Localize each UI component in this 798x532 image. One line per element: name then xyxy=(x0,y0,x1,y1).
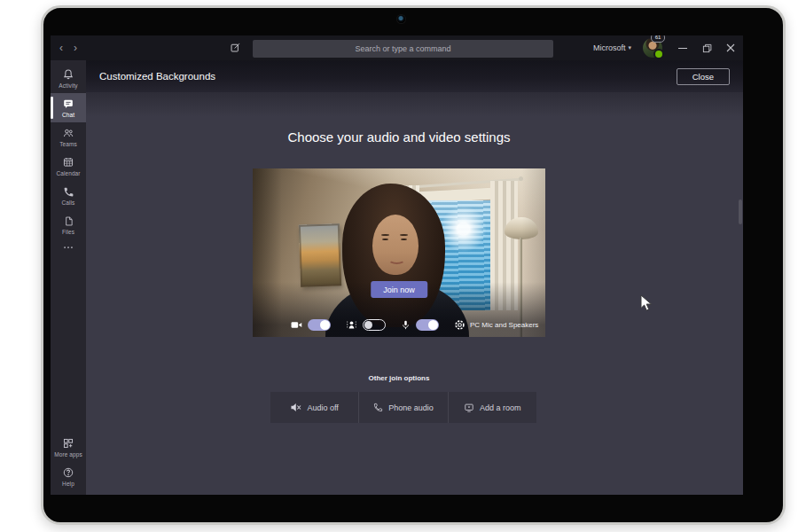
other-join-options-bar: Audio off Phone audio xyxy=(270,392,536,423)
toggle-knob xyxy=(428,320,438,330)
sidebar-item-more-apps[interactable]: More apps xyxy=(51,433,86,462)
selected-indicator xyxy=(51,97,53,119)
sidebar-item-files[interactable]: Files xyxy=(51,210,86,239)
sidebar-item-label: Help xyxy=(62,481,74,487)
camera-icon xyxy=(291,320,302,330)
gear-icon xyxy=(454,319,466,331)
microphone-icon xyxy=(401,319,411,331)
sidebar-item-teams[interactable]: Teams xyxy=(51,122,86,152)
restore-button[interactable] xyxy=(701,43,712,53)
sidebar-item-label: Calendar xyxy=(56,170,80,176)
page-title: Customized Backgrounds xyxy=(99,71,215,82)
toggle-knob xyxy=(364,321,372,329)
camera-toggle[interactable] xyxy=(308,319,331,331)
file-icon xyxy=(63,215,74,227)
phone-audio-button[interactable]: Phone audio xyxy=(358,392,447,423)
history-nav: ‹ › xyxy=(59,35,77,60)
audio-device-settings[interactable]: PC Mic and Speakers xyxy=(470,321,538,329)
sidebar-item-label: Teams xyxy=(59,141,77,147)
mouse-cursor xyxy=(640,294,653,312)
scrollbar-thumb[interactable] xyxy=(739,200,742,224)
sidebar-item-label: Chat xyxy=(62,112,74,118)
apps-grid-icon xyxy=(62,437,74,450)
tenant-name: Microsoft xyxy=(593,43,626,52)
calendar-icon xyxy=(62,156,74,168)
setup-heading: Choose your audio and video settings xyxy=(86,129,712,145)
sidebar-item-activity[interactable]: Activity xyxy=(51,64,86,93)
sidebar-item-label: More apps xyxy=(54,451,82,458)
meeting-setup-content: Choose your audio and video settings xyxy=(86,92,743,495)
sidebar-item-calls[interactable]: Calls xyxy=(51,181,86,210)
other-join-options-label: Other join options xyxy=(86,374,712,382)
sidebar-item-chat[interactable]: Chat xyxy=(51,93,86,122)
profile-menu[interactable]: 61 xyxy=(643,38,662,58)
sidebar-item-calendar[interactable]: Calendar xyxy=(51,152,86,181)
phone-icon xyxy=(373,403,383,412)
chat-icon xyxy=(62,98,74,110)
restore-icon xyxy=(702,43,712,53)
background-blur-toggle[interactable] xyxy=(363,319,386,331)
new-chat-button[interactable] xyxy=(230,42,241,53)
join-now-button[interactable]: Join now xyxy=(371,281,427,298)
window-controls xyxy=(677,43,736,53)
app-titlebar: ‹ › Microsoft ▾ 61 xyxy=(51,35,743,60)
chevron-down-icon: ▾ xyxy=(628,44,631,51)
background-blur-icon xyxy=(346,319,357,330)
speaker-off-icon xyxy=(290,403,301,412)
minimize-icon xyxy=(678,48,687,49)
audio-off-button[interactable]: Audio off xyxy=(270,392,358,423)
add-a-room-button[interactable]: Add a room xyxy=(448,392,536,423)
toggle-knob xyxy=(320,320,330,330)
close-button[interactable]: Close xyxy=(677,68,730,85)
forward-button[interactable]: › xyxy=(74,42,77,54)
titlebar-right: Microsoft ▾ 61 xyxy=(593,35,736,60)
option-label: Add a room xyxy=(480,403,521,412)
sidebar-item-label: Activity xyxy=(59,82,77,89)
sidebar-item-help[interactable]: Help xyxy=(51,462,86,491)
room-icon xyxy=(464,403,474,412)
teams-people-icon xyxy=(62,127,74,139)
video-preview: Join now xyxy=(253,168,545,337)
option-label: Audio off xyxy=(307,403,338,412)
help-icon xyxy=(62,466,74,479)
new-chat-icon xyxy=(230,42,241,53)
tenant-switcher[interactable]: Microsoft ▾ xyxy=(593,43,631,52)
tablet-device-frame: ‹ › Microsoft ▾ 61 xyxy=(41,5,786,525)
app-rail-sidebar: Activity Chat xyxy=(51,60,86,495)
sidebar-bottom: More apps Help xyxy=(51,433,86,491)
close-icon xyxy=(726,43,735,52)
close-window-button[interactable] xyxy=(725,43,736,53)
av-controls: PC Mic and Speakers xyxy=(253,317,545,332)
option-label: Phone audio xyxy=(388,403,434,412)
teams-app-window: ‹ › Microsoft ▾ 61 xyxy=(51,35,743,495)
app-body: Activity Chat xyxy=(51,60,743,495)
main-panel: Customized Backgrounds Close Choose your… xyxy=(86,60,743,495)
minimize-button[interactable] xyxy=(677,43,688,53)
sidebar-item-label: Files xyxy=(62,229,74,235)
back-button[interactable]: ‹ xyxy=(59,42,63,54)
bell-icon xyxy=(62,68,74,81)
search-input[interactable] xyxy=(253,40,553,58)
microphone-toggle[interactable] xyxy=(416,319,439,331)
more-options-button[interactable] xyxy=(51,239,86,255)
phone-icon xyxy=(63,186,74,198)
presence-dot xyxy=(653,49,664,59)
page-header: Customized Backgrounds Close xyxy=(86,60,743,92)
sidebar-item-label: Calls xyxy=(62,200,75,206)
ellipsis-icon xyxy=(62,245,74,250)
device-camera xyxy=(397,15,405,23)
notification-badge: 61 xyxy=(651,35,665,43)
